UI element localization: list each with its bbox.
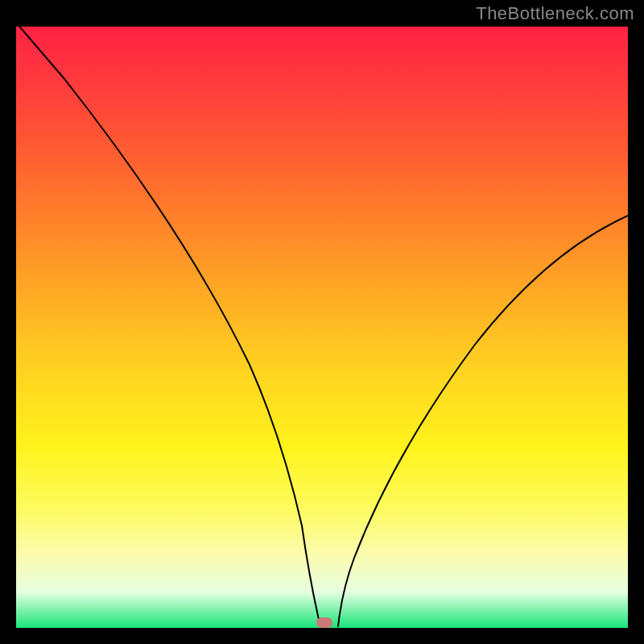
optimal-marker: [316, 617, 332, 628]
plot-area: [16, 27, 628, 628]
curve-svg: [16, 27, 628, 628]
bottleneck-curve-right: [338, 216, 628, 626]
watermark-text: TheBottleneck.com: [476, 3, 634, 24]
bottleneck-curve-left: [16, 27, 320, 626]
chart-container: { "watermark": "TheBottleneck.com", "cha…: [0, 0, 644, 644]
